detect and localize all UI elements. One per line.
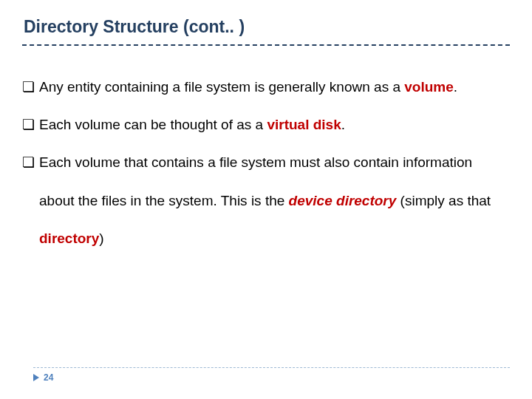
list-item: ❏ Any entity containing a file system is… (22, 68, 510, 106)
footer-divider (33, 367, 510, 368)
bullet-marker-icon: ❏ (22, 106, 35, 143)
text-run: . (454, 79, 457, 95)
list-item: ❏ Each volume can be thought of as a vir… (22, 106, 510, 143)
content-area: ❏ Any entity containing a file system is… (22, 68, 510, 257)
page-number: 24 (44, 372, 53, 383)
bullet-text: Any entity containing a file system is g… (39, 68, 510, 106)
text-run: . (341, 117, 345, 132)
page-arrow-icon (33, 374, 39, 381)
emphasis-virtual-disk: virtual disk (267, 117, 341, 132)
title-divider (22, 44, 510, 46)
emphasis-device-directory: device directory (289, 193, 397, 208)
text-run: Each volume can be thought of as a (39, 117, 267, 132)
bullet-text: Each volume that contains a file system … (39, 143, 510, 257)
page-title: Directory Structure (cont.. ) (24, 16, 510, 38)
text-run: Any entity containing a file system is g… (39, 79, 404, 95)
emphasis-directory: directory (39, 231, 99, 246)
text-run: (simply as that (396, 193, 491, 208)
text-run: ) (99, 231, 103, 246)
bullet-marker-icon: ❏ (22, 143, 35, 181)
bullet-marker-icon: ❏ (22, 68, 35, 106)
bullet-text: Each volume can be thought of as a virtu… (39, 106, 510, 143)
footer: 24 (33, 372, 53, 383)
emphasis-volume: volume (404, 79, 454, 95)
slide: Directory Structure (cont.. ) ❏ Any enti… (0, 0, 532, 399)
list-item: ❏ Each volume that contains a file syste… (22, 143, 510, 257)
